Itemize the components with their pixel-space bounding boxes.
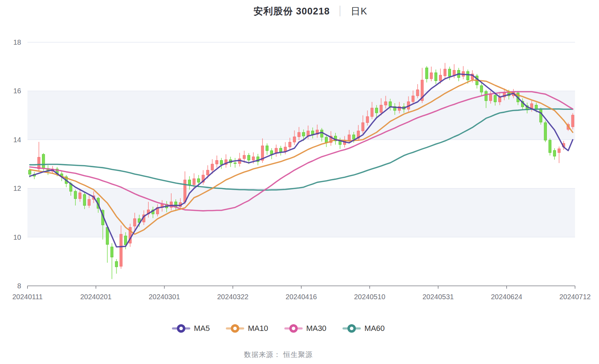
data-source-note: 数据来源： 恒生聚源	[0, 350, 557, 359]
line-series-icon	[342, 324, 361, 333]
x-axis-label: 20240510	[354, 293, 385, 301]
legend-label: MA30	[306, 324, 326, 333]
line-series-icon	[284, 324, 303, 333]
y-axis-label: 10	[13, 233, 21, 241]
x-axis-label: 20240111	[12, 293, 43, 301]
line-series-icon	[226, 324, 244, 333]
x-axis: 2024011120240201202403012024032220240416…	[12, 286, 591, 301]
y-axis-label: 18	[13, 38, 21, 46]
kline-page: 安利股份 300218│日K 2024011120240201202403012…	[0, 0, 599, 364]
x-axis-label: 20240531	[422, 293, 454, 301]
x-axis-label: 20240624	[491, 293, 522, 301]
chart-legend: MA5MA10MA30MA60	[0, 324, 557, 333]
x-axis-label: 20240416	[286, 293, 317, 301]
legend-item-ma30[interactable]: MA30	[284, 324, 326, 333]
y-axis-label: 12	[13, 184, 21, 192]
y-axis-label: 14	[13, 136, 21, 144]
legend-item-ma10[interactable]: MA10	[226, 324, 268, 333]
legend-item-ma5[interactable]: MA5	[172, 324, 210, 333]
legend-label: MA5	[194, 324, 210, 333]
price-bands	[27, 91, 575, 237]
x-axis-label: 20240301	[149, 293, 180, 301]
x-axis-label: 20240322	[217, 293, 248, 301]
line-series-icon	[172, 324, 190, 333]
y-axis-label: 16	[13, 87, 21, 95]
y-axis-label: 8	[17, 282, 21, 290]
y-axis-labels: 18161412108	[13, 38, 21, 290]
x-axis-label: 20240712	[560, 293, 591, 301]
kline-chart[interactable]: 2024011120240201202403012024032220240416…	[0, 0, 599, 310]
legend-label: MA10	[248, 324, 268, 333]
legend-item-ma60[interactable]: MA60	[342, 324, 384, 333]
legend-label: MA60	[364, 324, 384, 333]
x-axis-label: 20240201	[80, 293, 112, 301]
